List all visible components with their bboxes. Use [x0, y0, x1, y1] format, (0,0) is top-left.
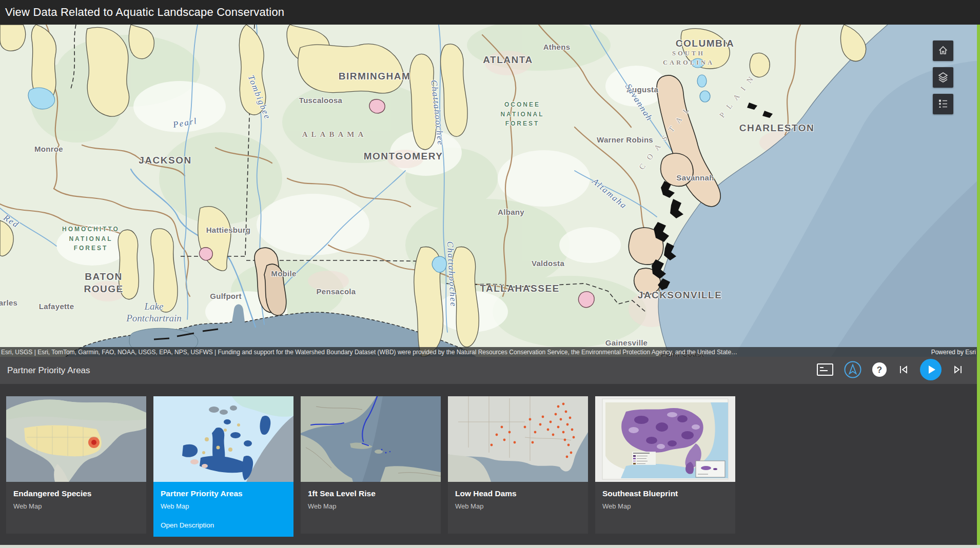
skip-previous-icon [897, 363, 910, 377]
card-partner-priority-areas[interactable]: Partner Priority Areas Web Map Open Desc… [153, 396, 293, 537]
next-button[interactable] [951, 363, 965, 377]
map[interactable]: ATLANTABIRMINGHAMMONTGOMERYJACKSONBATON … [0, 25, 980, 357]
help-button[interactable]: ? [872, 362, 887, 379]
card-southeast-blueprint[interactable]: Southeast Blueprint Web Map [595, 396, 735, 534]
card-subtitle: Web Map [13, 502, 139, 510]
map-controls [933, 40, 953, 114]
legend-icon [937, 97, 949, 111]
attribution-bar: Esri, USGS | Esri, TomTom, Garmin, FAO, … [0, 347, 980, 357]
card-thumbnail[interactable] [301, 396, 441, 482]
app-header: View Data Related to Aquatic Landscape C… [0, 0, 980, 25]
home-icon [937, 44, 949, 58]
legend-button[interactable] [933, 94, 953, 114]
card-subtitle: Web Map [602, 502, 728, 510]
card-title: 1ft Sea Level Rise [308, 489, 434, 499]
attribution-text: Esri, USGS | Esri, TomTom, Garmin, FAO, … [0, 349, 919, 356]
layers-icon [937, 71, 949, 85]
toolbar: ? [816, 359, 965, 382]
description-icon [816, 362, 834, 378]
thumb-legend [632, 452, 656, 465]
play-button[interactable] [920, 359, 942, 382]
right-edge-strip [977, 25, 980, 545]
locate-button[interactable] [844, 360, 862, 380]
app: View Data Related to Aquatic Landscape C… [0, 0, 980, 548]
section-bar: Partner Priority Areas [0, 357, 980, 384]
play-icon [920, 359, 942, 382]
card-gallery: Endangered Species Web Map [0, 384, 980, 548]
card-thumbnail[interactable] [595, 396, 735, 482]
card-1ft-sea-level-rise[interactable]: 1ft Sea Level Rise Web Map [301, 396, 441, 534]
card-thumbnail[interactable] [448, 396, 588, 482]
card-low-head-dams[interactable]: Low Head Dams Web Map [448, 396, 588, 534]
card-thumbnail[interactable] [6, 396, 146, 482]
page-title: View Data Related to Aquatic Landscape C… [5, 6, 284, 19]
locate-arrow-icon [844, 360, 862, 380]
card-title: Low Head Dams [455, 489, 581, 499]
card-thumbnail[interactable] [153, 396, 293, 482]
layers-button[interactable] [933, 67, 953, 88]
card-subtitle: Web Map [308, 502, 434, 510]
section-title: Partner Priority Areas [7, 366, 90, 376]
card-subtitle: Web Map [161, 502, 286, 510]
card-title: Partner Priority Areas [161, 489, 286, 499]
thumb-inset [696, 461, 725, 477]
powered-by-esri: Powered by Esri [919, 349, 980, 356]
home-button[interactable] [933, 40, 953, 61]
description-button[interactable] [816, 362, 834, 378]
skip-next-icon [951, 363, 965, 377]
card-endangered-species[interactable]: Endangered Species Web Map [6, 396, 146, 534]
basemap-graphic [0, 25, 980, 357]
card-title: Endangered Species [13, 489, 139, 499]
help-icon: ? [872, 362, 887, 379]
previous-button[interactable] [897, 363, 910, 377]
svg-text:?: ? [877, 365, 882, 375]
bottom-edge-strip [0, 545, 980, 548]
card-subtitle: Web Map [455, 502, 581, 510]
card-title: Southeast Blueprint [602, 489, 728, 499]
open-description-link[interactable]: Open Description [161, 521, 286, 529]
